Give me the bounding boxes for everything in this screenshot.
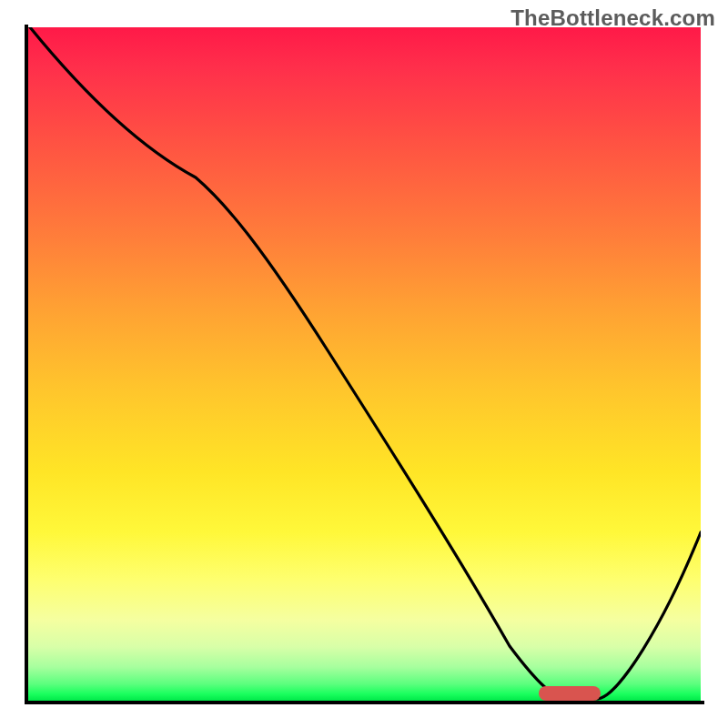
optimal-range-marker: [539, 686, 601, 701]
watermark-text: TheBottleneck.com: [511, 5, 715, 31]
bottleneck-chart: TheBottleneck.com: [0, 0, 728, 728]
bottleneck-curve-path: [30, 27, 701, 699]
x-axis-line: [25, 701, 704, 704]
plot-area: [27, 27, 701, 701]
y-axis-line: [25, 25, 28, 704]
bottleneck-curve-svg: [27, 27, 701, 701]
